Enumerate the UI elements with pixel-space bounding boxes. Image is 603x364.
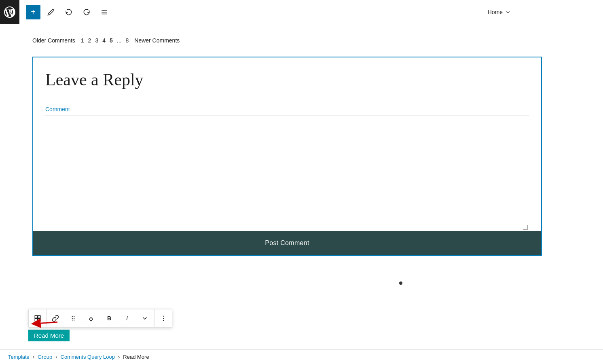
- top-toolbar: + Home: [0, 0, 603, 24]
- redo-button[interactable]: [79, 5, 94, 19]
- post-comment-button[interactable]: Post Comment: [33, 231, 541, 255]
- pagination-numbers: 1 2 3 4 5 ... 8: [79, 36, 130, 44]
- svg-point-13: [163, 316, 163, 317]
- italic-button[interactable]: I: [118, 309, 136, 327]
- drag-icon: [70, 315, 77, 322]
- breadcrumb-group[interactable]: Group: [38, 354, 52, 360]
- svg-point-15: [163, 320, 163, 321]
- comment-textarea[interactable]: [45, 116, 529, 229]
- add-block-button[interactable]: +: [26, 5, 40, 19]
- redo-icon: [83, 8, 90, 16]
- cursor: [399, 281, 402, 285]
- svg-point-10: [74, 318, 74, 319]
- bold-button[interactable]: B: [100, 309, 118, 327]
- svg-point-12: [74, 320, 74, 320]
- breadcrumb-read-more: Read More: [123, 354, 149, 360]
- svg-point-11: [72, 320, 73, 320]
- comment-label: Comment: [45, 106, 529, 112]
- main-content: Older Comments 1 2 3 4 5 ... 8 Newer Com…: [0, 24, 603, 268]
- page-4[interactable]: 4: [101, 36, 107, 44]
- drag-handle[interactable]: [64, 309, 82, 327]
- reply-title: Leave a Reply: [45, 70, 529, 90]
- arrows-icon: [87, 315, 95, 322]
- page-5-active[interactable]: 5: [108, 36, 114, 44]
- move-up-down-button[interactable]: [82, 309, 100, 327]
- vertical-dots-icon: [160, 315, 167, 322]
- page-3[interactable]: 3: [93, 36, 100, 44]
- breadcrumb-comments-query-loop[interactable]: Comments Query Loop: [61, 354, 115, 360]
- toolbar-group-2: B I: [100, 309, 154, 327]
- chevron-down-toolbar-icon: [141, 315, 148, 322]
- more-options-button[interactable]: [154, 309, 172, 327]
- breadcrumb-sep-3: ›: [118, 354, 120, 360]
- edit-tools-button[interactable]: [44, 5, 58, 19]
- page-1[interactable]: 1: [79, 36, 86, 44]
- italic-label: I: [126, 315, 128, 322]
- svg-point-8: [74, 316, 74, 317]
- svg-point-7: [72, 316, 73, 317]
- newer-comments-link[interactable]: Newer Comments: [134, 37, 180, 44]
- home-menu[interactable]: Home: [485, 7, 514, 17]
- page-ellipsis: ...: [115, 36, 123, 44]
- wp-logo-icon: [4, 6, 15, 18]
- breadcrumb-sep-2: ›: [55, 354, 57, 360]
- breadcrumb-sep-1: ›: [33, 354, 34, 360]
- bold-label: B: [107, 315, 111, 322]
- pencil-icon: [47, 8, 55, 16]
- older-comments-link[interactable]: Older Comments: [32, 37, 75, 44]
- breadcrumb-template[interactable]: Template: [8, 354, 30, 360]
- undo-button[interactable]: [61, 5, 76, 19]
- page-8[interactable]: 8: [124, 36, 130, 44]
- details-button[interactable]: [97, 5, 112, 19]
- svg-point-9: [72, 318, 73, 319]
- chevron-down-icon: [505, 9, 511, 15]
- undo-icon: [65, 8, 72, 16]
- pagination: Older Comments 1 2 3 4 5 ... 8 Newer Com…: [32, 36, 571, 44]
- textarea-resize-handle[interactable]: [523, 224, 529, 231]
- reply-block: Leave a Reply Comment Post Comment: [32, 57, 542, 256]
- breadcrumb: Template › Group › Comments Query Loop ›…: [0, 349, 603, 364]
- details-icon: [101, 8, 108, 16]
- home-label: Home: [488, 9, 503, 15]
- wordpress-logo[interactable]: [0, 0, 19, 24]
- more-options-dropdown[interactable]: [136, 309, 154, 327]
- comment-field-wrapper: [45, 116, 529, 231]
- page-2[interactable]: 2: [87, 36, 93, 44]
- svg-point-14: [163, 318, 163, 319]
- post-comment-label: Post Comment: [265, 239, 309, 247]
